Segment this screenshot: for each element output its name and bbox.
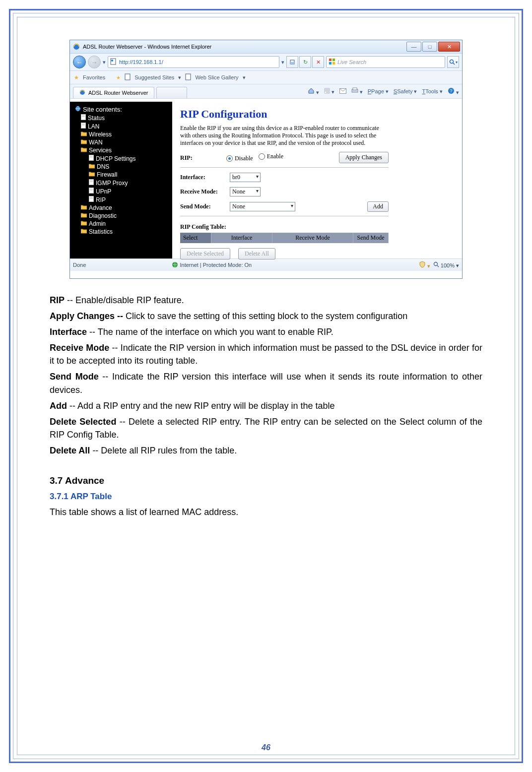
col-select: Select xyxy=(180,233,211,243)
svg-rect-14 xyxy=(324,88,330,94)
main-panel: RIP Configuration Enable the RIP if you … xyxy=(172,102,462,258)
search-button[interactable]: ▾ xyxy=(447,56,459,68)
menu-tools[interactable]: TTools ▾ xyxy=(422,88,442,95)
tree-item[interactable]: Services xyxy=(81,146,169,154)
tree-item-label: RIP xyxy=(96,196,106,203)
tree-item-label: Services xyxy=(89,147,112,154)
receive-mode-select[interactable]: None xyxy=(230,187,261,196)
print-icon[interactable]: ▾ xyxy=(351,87,363,95)
tree-item[interactable]: WAN xyxy=(81,138,169,146)
dropdown-icon[interactable]: ▾ xyxy=(103,59,106,65)
folder-icon xyxy=(81,131,87,138)
new-tab[interactable] xyxy=(156,87,187,98)
globe-icon xyxy=(75,106,81,113)
svg-rect-1 xyxy=(111,59,116,64)
tab-adsl-router[interactable]: ADSL Router Webserver xyxy=(73,87,154,98)
close-button[interactable]: ✕ xyxy=(438,42,460,52)
favorites-label[interactable]: Favorites xyxy=(83,74,105,80)
tree-item-label: UPnP xyxy=(96,188,111,195)
ie-icon xyxy=(79,89,85,96)
tree-item[interactable]: DHCP Settings xyxy=(89,154,169,163)
interface-select[interactable]: br0 xyxy=(230,173,261,182)
url-dropdown-icon[interactable]: ▾ xyxy=(281,59,284,65)
web-slice-icon xyxy=(185,73,191,81)
svg-rect-24 xyxy=(81,115,86,120)
feeds-icon[interactable]: ▾ xyxy=(324,88,334,95)
site-tree: Site contents: StatusLANWirelessWANServi… xyxy=(70,102,172,258)
send-mode-select[interactable]: None xyxy=(230,202,295,211)
suggested-sites[interactable]: Suggested Sites xyxy=(134,74,174,80)
config-table-title: RIP Config Table: xyxy=(180,223,454,231)
maximize-button[interactable]: □ xyxy=(422,42,437,52)
add-button[interactable]: Add xyxy=(367,201,389,212)
folder-icon xyxy=(81,139,87,146)
refresh-icon[interactable]: ↻ xyxy=(299,56,311,68)
status-text: Done xyxy=(73,262,86,268)
tree-item[interactable]: Statistics xyxy=(81,228,169,236)
document-icon xyxy=(89,196,94,203)
tree-item-label: Status xyxy=(88,115,105,122)
folder-icon xyxy=(81,147,87,154)
tree-item[interactable]: Wireless xyxy=(81,130,169,138)
delete-all-button[interactable]: Delete All xyxy=(238,248,275,259)
tree-item-label: Diagnostic xyxy=(89,212,117,219)
home-icon[interactable]: ▾ xyxy=(308,87,319,96)
tree-item[interactable]: Admin xyxy=(81,220,169,228)
command-bar: ▾ ▾ ▾ PPage ▾ SSafety ▾ TTools ▾ xyxy=(308,84,459,98)
help-icon[interactable]: ? ▾ xyxy=(448,87,459,96)
tree-item[interactable]: Status xyxy=(81,114,169,122)
address-bar[interactable] xyxy=(108,56,279,68)
zoom-indicator[interactable]: 100% ▾ xyxy=(433,261,459,269)
tree-item[interactable]: RIP xyxy=(89,195,169,204)
mail-icon[interactable] xyxy=(339,88,346,95)
forward-button[interactable]: → xyxy=(88,56,101,68)
browser-window: ADSL Router Webserver - Windows Internet… xyxy=(69,40,463,279)
folder-icon xyxy=(81,228,87,235)
back-button[interactable]: ← xyxy=(73,56,86,68)
url-input[interactable] xyxy=(118,59,277,65)
svg-rect-11 xyxy=(125,74,130,80)
search-placeholder: Live Search xyxy=(337,59,366,65)
tree-item[interactable]: Firewall xyxy=(89,171,169,179)
chevron-down-icon: ▾ xyxy=(243,74,246,81)
search-box[interactable]: Live Search xyxy=(326,56,445,68)
document-icon xyxy=(89,155,94,162)
tree-item[interactable]: Diagnostic xyxy=(81,212,169,220)
stop-icon[interactable]: ✕ xyxy=(312,56,324,68)
document-icon xyxy=(81,123,86,130)
recv-mode-label: Receive Mode: xyxy=(180,188,225,195)
apply-changes-button[interactable]: Apply Changes xyxy=(339,152,389,163)
tree-item[interactable]: IGMP Proxy xyxy=(89,179,169,187)
tree-item[interactable]: DNS xyxy=(89,163,169,171)
svg-text:?: ? xyxy=(450,88,452,93)
menu-page[interactable]: PPage ▾ xyxy=(368,88,389,95)
minimize-button[interactable]: — xyxy=(406,42,421,52)
rip-enable-radio[interactable]: Enable xyxy=(259,153,283,160)
tree-item[interactable]: LAN xyxy=(81,122,169,130)
add-fav-icon[interactable]: ★ xyxy=(116,75,121,80)
compat-icon[interactable] xyxy=(286,56,298,68)
delete-selected-button[interactable]: Delete Selected xyxy=(180,248,230,259)
tree-item[interactable]: UPnP xyxy=(89,187,169,195)
send-mode-label: Send Mode: xyxy=(180,203,225,210)
svg-rect-5 xyxy=(329,59,332,61)
tree-item-label: DHCP Settings xyxy=(96,155,135,162)
svg-rect-27 xyxy=(81,123,86,129)
favorites-star-icon[interactable]: ★ xyxy=(74,74,79,81)
status-zone: Internet | Protected Mode: On xyxy=(180,262,252,268)
rip-disable-radio[interactable]: Disable xyxy=(226,155,253,162)
rip-label: RIP: xyxy=(180,154,225,162)
tree-header: Site contents: xyxy=(75,106,169,113)
web-slice[interactable]: Web Slice Gallery xyxy=(195,74,238,80)
col-receive-mode: Receive Mode xyxy=(272,233,353,243)
tree-item[interactable]: Advance xyxy=(81,204,169,212)
svg-point-9 xyxy=(450,60,453,64)
menu-safety[interactable]: SSafety ▾ xyxy=(394,88,417,95)
live-search-icon xyxy=(329,58,335,66)
favorites-bar: ★ Favorites ★ Suggested Sites▾ Web Slice… xyxy=(70,71,462,84)
col-interface: Interface xyxy=(211,233,272,243)
folder-icon xyxy=(89,171,95,178)
protected-mode-icon[interactable]: ▾ xyxy=(419,261,430,269)
tab-title: ADSL Router Webserver xyxy=(88,90,148,96)
svg-rect-30 xyxy=(89,155,94,161)
